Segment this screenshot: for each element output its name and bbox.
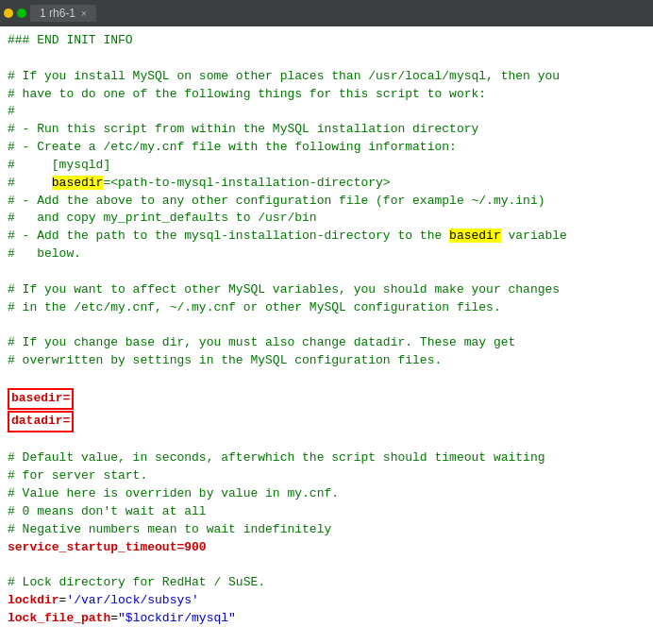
code-line: # have to do one of the following things… [8, 87, 486, 101]
tab-label: 1 rh6-1 [40, 7, 75, 20]
code-line: # If you change base dir, you must also … [8, 335, 515, 349]
code-line: # Negative numbers mean to wait indefini… [8, 522, 331, 536]
code-line: # overwritten by settings in the MySQL c… [8, 353, 442, 367]
tab-icons [4, 8, 26, 18]
code-line: basedir= [8, 388, 74, 410]
code-line: lockdir='/var/lock/subsys' [8, 593, 199, 607]
editor-window: 1 rh6-1 × ### END INIT INFO # If you ins… [0, 0, 653, 644]
basedir-highlight-2: basedir [449, 229, 501, 243]
code-line: # below. [8, 246, 81, 261]
code-line: # - Create a /etc/my.cnf file with the f… [8, 140, 457, 154]
code-line: # - Run this script from within the MySQ… [8, 122, 478, 136]
code-line-datadir: datadir= [8, 411, 74, 432]
code-line: # Default value, in seconds, afterwhich … [8, 450, 545, 465]
code-line: # If you install MySQL on some other pla… [8, 69, 560, 83]
code-line: # and copy my_print_defaults to /usr/bin [8, 211, 317, 225]
code-line: lock_file_path="$lockdir/mysql" [8, 611, 236, 625]
code-line: # 0 means don't wait at all [8, 504, 207, 518]
dot-yellow-icon [4, 8, 13, 18]
code-editor[interactable]: ### END INIT INFO # If you install MySQL… [0, 26, 653, 644]
tab-close-icon[interactable]: × [81, 8, 87, 19]
code-line: # basedir=<path-to-mysql-installation-di… [8, 176, 391, 190]
code-line: # - Add the above to any other configura… [8, 194, 545, 208]
code-line: # Lock directory for RedHat / SuSE. [8, 575, 265, 589]
code-line: # If you want to affect other MySQL vari… [8, 282, 560, 297]
code-line: # in the /etc/my.cnf, ~/.my.cnf or other… [8, 300, 501, 314]
code-line: # for server start. [8, 468, 147, 483]
code-line: service_startup_timeout=900 [8, 540, 207, 554]
tab-bar: 1 rh6-1 × [0, 0, 653, 26]
code-line: ### END INIT INFO [8, 33, 133, 47]
code-line: # Value here is overriden by value in my… [8, 486, 339, 500]
dot-green-icon [17, 8, 26, 18]
code-line: # [mysqld] [8, 158, 110, 172]
editor-tab[interactable]: 1 rh6-1 × [30, 5, 96, 22]
code-line: # [8, 104, 15, 118]
code-line: # - Add the path to the mysql-installati… [8, 229, 567, 243]
basedir-highlight-1: basedir [52, 176, 104, 190]
